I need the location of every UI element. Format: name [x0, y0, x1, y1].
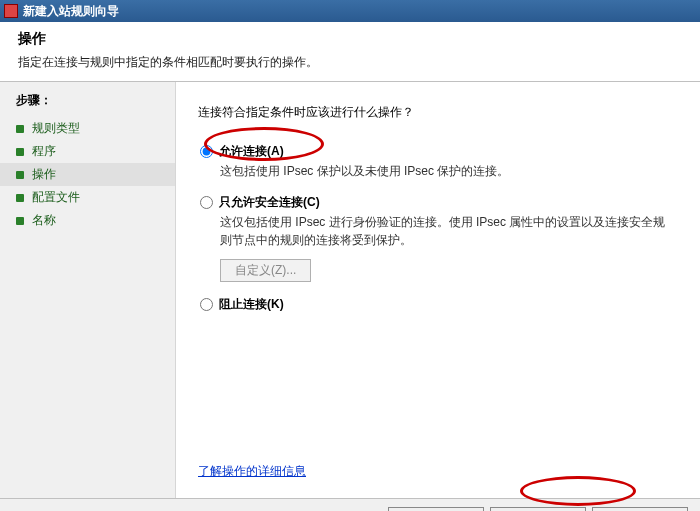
option-secure-desc: 这仅包括使用 IPsec 进行身份验证的连接。使用 IPsec 属性中的设置以及… — [200, 214, 670, 249]
step-label: 配置文件 — [32, 189, 80, 206]
bullet-icon — [16, 217, 24, 225]
option-block-label: 阻止连接(K) — [219, 296, 284, 313]
option-secure-label: 只允许安全连接(C) — [219, 194, 320, 211]
bullet-icon — [16, 171, 24, 179]
step-label: 名称 — [32, 212, 56, 229]
option-allow-row[interactable]: 允许连接(A) — [200, 143, 672, 160]
page-title: 操作 — [18, 30, 682, 48]
step-label: 程序 — [32, 143, 56, 160]
steps-sidebar: 步骤： 规则类型 程序 操作 配置文件 名称 — [0, 82, 176, 498]
step-rule-type[interactable]: 规则类型 — [0, 117, 175, 140]
option-secure: 只允许安全连接(C) 这仅包括使用 IPsec 进行身份验证的连接。使用 IPs… — [198, 194, 672, 282]
customize-button: 自定义(Z)... — [220, 259, 311, 282]
next-button[interactable]: 下一步(N) > — [490, 507, 586, 511]
option-block: 阻止连接(K) — [198, 296, 672, 313]
page-subtitle: 指定在连接与规则中指定的条件相匹配时要执行的操作。 — [18, 54, 682, 71]
titlebar: 新建入站规则向导 — [0, 0, 700, 22]
back-button[interactable]: < 上一步(B) — [388, 507, 484, 511]
prompt-text: 连接符合指定条件时应该进行什么操作？ — [198, 104, 672, 121]
option-allow-desc: 这包括使用 IPsec 保护以及未使用 IPsec 保护的连接。 — [200, 163, 670, 180]
wizard-content: 连接符合指定条件时应该进行什么操作？ 允许连接(A) 这包括使用 IPsec 保… — [176, 82, 700, 498]
wizard-footer: < 上一步(B) 下一步(N) > 取消 — [0, 498, 700, 511]
wizard-body: 步骤： 规则类型 程序 操作 配置文件 名称 连接符合指定条件时应该进行什么操作… — [0, 82, 700, 498]
option-allow-label: 允许连接(A) — [219, 143, 284, 160]
window-title: 新建入站规则向导 — [23, 3, 119, 20]
step-label: 操作 — [32, 166, 56, 183]
bullet-icon — [16, 194, 24, 202]
step-program[interactable]: 程序 — [0, 140, 175, 163]
step-action[interactable]: 操作 — [0, 163, 175, 186]
step-label: 规则类型 — [32, 120, 80, 137]
step-name[interactable]: 名称 — [0, 209, 175, 232]
app-icon — [4, 4, 18, 18]
radio-secure[interactable] — [200, 196, 213, 209]
wizard-header: 操作 指定在连接与规则中指定的条件相匹配时要执行的操作。 — [0, 22, 700, 82]
option-allow: 允许连接(A) 这包括使用 IPsec 保护以及未使用 IPsec 保护的连接。 — [198, 143, 672, 180]
radio-allow[interactable] — [200, 145, 213, 158]
learn-more-link[interactable]: 了解操作的详细信息 — [198, 463, 306, 480]
radio-block[interactable] — [200, 298, 213, 311]
option-secure-row[interactable]: 只允许安全连接(C) — [200, 194, 672, 211]
option-block-row[interactable]: 阻止连接(K) — [200, 296, 672, 313]
bullet-icon — [16, 148, 24, 156]
cancel-button[interactable]: 取消 — [592, 507, 688, 511]
steps-title: 步骤： — [0, 92, 175, 117]
step-profile[interactable]: 配置文件 — [0, 186, 175, 209]
bullet-icon — [16, 125, 24, 133]
